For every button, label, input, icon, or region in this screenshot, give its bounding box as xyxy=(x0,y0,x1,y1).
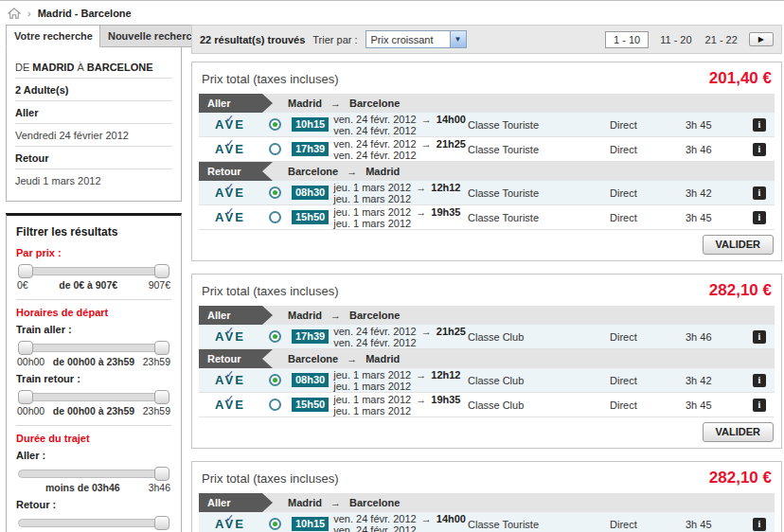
train-retour-min-handle[interactable] xyxy=(18,390,33,404)
times-cell: 17h39ven. 24 févr. 2012 → 21h25 ven. 24 … xyxy=(288,326,468,348)
arrow-right-icon: → xyxy=(419,513,434,524)
route-summary: DE MADRID À BARCELONE xyxy=(15,56,172,79)
class-cell: Classe Touriste xyxy=(468,119,610,131)
info-cell: i xyxy=(744,186,775,200)
check-icon: ✓ xyxy=(225,205,236,218)
train-row: AVE✓10h15ven. 24 févr. 2012 → 14h00 ven.… xyxy=(199,113,775,137)
carrier-cell: AVE✓ xyxy=(199,398,261,412)
price-header: Prix total (taxes incluses)282,10 € xyxy=(192,275,781,306)
block-footer: VALIDER xyxy=(192,230,781,260)
check-icon: ✓ xyxy=(225,137,236,150)
dropdown-arrow-icon[interactable]: ▼ xyxy=(450,31,466,47)
tab-votre-recherche[interactable]: Votre recherche xyxy=(6,25,100,47)
train-radio[interactable] xyxy=(269,374,281,386)
class-cell: Classe Club xyxy=(468,399,610,411)
carrier-cell: AVE✓ xyxy=(199,117,261,132)
duration-aller-labels: moins de 03h46 3h46 xyxy=(17,482,170,493)
page-link[interactable]: 1 - 10 xyxy=(605,31,649,48)
results-list: Prix total (taxes incluses)201,40 €Aller… xyxy=(191,62,782,532)
direction-band: AllerMadrid→Barcelone xyxy=(199,94,775,113)
carrier-cell: AVE✓ xyxy=(199,186,261,200)
class-cell: Classe Touriste xyxy=(468,212,610,223)
train-radio[interactable] xyxy=(269,399,281,411)
price-header: Prix total (taxes incluses)282,10 € xyxy=(192,462,781,493)
info-icon[interactable]: i xyxy=(753,143,766,156)
route-to: BARCELONE xyxy=(87,62,153,73)
info-icon[interactable]: i xyxy=(753,186,766,200)
ave-logo: AVE✓ xyxy=(215,517,245,531)
train-radio[interactable] xyxy=(269,143,281,155)
duration-retour-handle[interactable] xyxy=(154,516,169,530)
train-aller-slider[interactable] xyxy=(18,344,169,352)
price-slider-min-handle[interactable] xyxy=(18,264,33,278)
route-to: Barcelone xyxy=(349,497,400,508)
search-summary-box: DE MADRID À BARCELONE 2 Adulte(s) Aller … xyxy=(6,46,182,202)
info-icon[interactable]: i xyxy=(753,399,766,412)
carrier-cell: AVE✓ xyxy=(199,210,261,224)
price-slider-max-handle[interactable] xyxy=(154,264,169,278)
train-aller-max-handle[interactable] xyxy=(154,341,169,355)
radio-dot xyxy=(273,522,277,526)
train-radio[interactable] xyxy=(269,118,281,131)
train-retour-max-handle[interactable] xyxy=(154,390,169,404)
duration-filter-title: Durée du trajet xyxy=(16,433,171,444)
class-cell: Classe Touriste xyxy=(468,144,610,155)
direction-ribbon: Aller xyxy=(199,306,273,325)
duration-cell: 3h 46 xyxy=(686,331,744,343)
train-type-cell: Direct xyxy=(610,212,686,223)
train-retour-slider[interactable] xyxy=(18,393,169,401)
route-label: Madrid→Barcelone xyxy=(288,310,400,321)
train-aller-range: de 00h00 à 23h59 xyxy=(53,356,134,367)
page-link[interactable]: 21 - 22 xyxy=(704,32,739,47)
arrow-right-icon: → xyxy=(419,326,434,337)
info-icon[interactable]: i xyxy=(753,118,766,132)
radio-cell xyxy=(261,118,288,131)
train-type-cell: Direct xyxy=(610,331,686,343)
arrow-right-icon: → xyxy=(330,98,341,109)
home-icon[interactable] xyxy=(8,8,21,19)
direction-ribbon: Retour xyxy=(199,349,273,368)
train-radio[interactable] xyxy=(269,186,281,199)
info-icon[interactable]: i xyxy=(753,518,766,531)
duration-retour-slider[interactable] xyxy=(18,519,169,527)
valider-button[interactable]: VALIDER xyxy=(703,422,774,442)
carrier-cell: AVE✓ xyxy=(199,517,261,531)
page-link[interactable]: 11 - 20 xyxy=(658,32,693,47)
departure-time-badge: 10h15 xyxy=(292,117,329,132)
sort-select[interactable]: Prix croissant ▼ xyxy=(365,30,467,48)
sort-label: Trier par : xyxy=(312,34,357,45)
ave-logo: AVE✓ xyxy=(215,373,245,387)
train-radio[interactable] xyxy=(269,518,281,530)
duration-aller-slider[interactable] xyxy=(18,470,169,478)
valider-button[interactable]: VALIDER xyxy=(703,235,774,255)
total-price: 282,10 € xyxy=(709,469,772,488)
ave-logo: AVE✓ xyxy=(215,329,245,344)
radio-cell xyxy=(261,211,288,223)
class-cell: Classe Club xyxy=(468,375,610,386)
train-type-cell: Direct xyxy=(610,187,686,199)
route-label: Barcelone→Madrid xyxy=(288,166,400,177)
train-type-cell: Direct xyxy=(610,399,686,411)
price-slider[interactable] xyxy=(18,267,169,275)
arrow-right-icon: → xyxy=(330,497,341,508)
train-aller-min-handle[interactable] xyxy=(18,341,33,355)
train-radio[interactable] xyxy=(269,211,281,223)
info-icon[interactable]: i xyxy=(753,330,766,344)
info-icon[interactable]: i xyxy=(753,211,766,224)
info-cell: i xyxy=(744,330,775,344)
price-filter-label: Par prix : xyxy=(16,247,171,258)
train-type-cell: Direct xyxy=(610,119,686,131)
route-to: Barcelone xyxy=(349,310,400,321)
train-row: AVE✓15h50jeu. 1 mars 2012 → 19h35 jeu. 1… xyxy=(199,205,775,230)
train-radio[interactable] xyxy=(269,330,281,343)
carrier-cell: AVE✓ xyxy=(199,142,261,156)
train-retour-min: 00h00 xyxy=(17,405,45,417)
info-icon[interactable]: i xyxy=(753,374,766,387)
duration-aller-handle[interactable] xyxy=(154,467,169,481)
radio-cell xyxy=(261,374,288,386)
duration-cell: 3h 45 xyxy=(686,399,744,411)
times-cell: 17h39ven. 24 févr. 2012 → 21h25 ven. 24 … xyxy=(288,138,468,161)
next-page-button[interactable]: ▶ xyxy=(749,32,774,46)
route-a: À xyxy=(77,62,83,73)
train-aller-max: 23h59 xyxy=(143,356,170,367)
